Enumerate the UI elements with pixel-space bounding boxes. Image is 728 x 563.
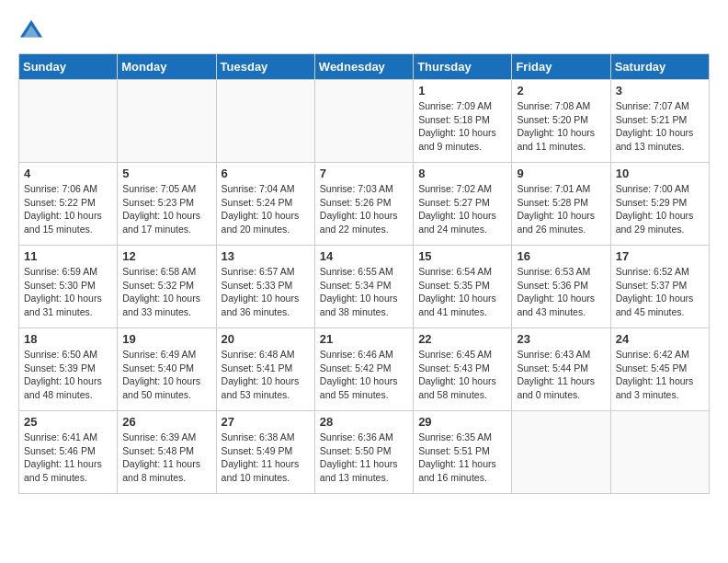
calendar-week-1: 1Sunrise: 7:09 AM Sunset: 5:18 PM Daylig… [19,80,710,163]
calendar-cell: 5Sunrise: 7:05 AM Sunset: 5:23 PM Daylig… [118,163,216,246]
day-detail: Sunrise: 6:52 AM Sunset: 5:37 PM Dayligh… [616,265,704,319]
calendar-week-5: 25Sunrise: 6:41 AM Sunset: 5:46 PM Dayli… [19,411,710,494]
day-detail: Sunrise: 7:01 AM Sunset: 5:28 PM Dayligh… [517,182,605,236]
day-number: 8 [418,167,506,180]
calendar-cell: 15Sunrise: 6:54 AM Sunset: 5:35 PM Dayli… [414,246,512,328]
day-detail: Sunrise: 7:07 AM Sunset: 5:21 PM Dayligh… [616,99,704,154]
calendar-cell: 16Sunrise: 6:53 AM Sunset: 5:36 PM Dayli… [512,246,610,328]
day-detail: Sunrise: 6:58 AM Sunset: 5:32 PM Dayligh… [122,265,210,319]
calendar-cell: 13Sunrise: 6:57 AM Sunset: 5:33 PM Dayli… [216,246,314,328]
calendar-cell: 6Sunrise: 7:04 AM Sunset: 5:24 PM Daylig… [216,163,314,246]
page-header [18,18,710,44]
calendar-cell: 3Sunrise: 7:07 AM Sunset: 5:21 PM Daylig… [610,80,709,163]
calendar-cell: 8Sunrise: 7:02 AM Sunset: 5:27 PM Daylig… [414,163,512,246]
col-header-monday: Monday [118,54,216,80]
calendar-cell: 2Sunrise: 7:08 AM Sunset: 5:20 PM Daylig… [512,80,610,163]
calendar-cell: 24Sunrise: 6:42 AM Sunset: 5:45 PM Dayli… [610,328,709,411]
day-detail: Sunrise: 6:54 AM Sunset: 5:35 PM Dayligh… [418,265,506,319]
calendar-cell: 22Sunrise: 6:45 AM Sunset: 5:43 PM Dayli… [414,328,512,411]
col-header-tuesday: Tuesday [216,54,314,80]
day-detail: Sunrise: 7:02 AM Sunset: 5:27 PM Dayligh… [418,182,506,236]
day-number: 16 [517,249,605,263]
day-detail: Sunrise: 7:09 AM Sunset: 5:18 PM Dayligh… [418,99,506,154]
calendar-cell [512,411,610,494]
day-detail: Sunrise: 6:55 AM Sunset: 5:34 PM Dayligh… [320,265,408,319]
day-detail: Sunrise: 6:39 AM Sunset: 5:48 PM Dayligh… [122,431,210,485]
calendar-cell: 29Sunrise: 6:35 AM Sunset: 5:51 PM Dayli… [414,411,512,494]
day-number: 11 [24,249,112,263]
day-detail: Sunrise: 7:05 AM Sunset: 5:23 PM Dayligh… [122,182,210,236]
logo [18,18,48,44]
day-detail: Sunrise: 6:42 AM Sunset: 5:45 PM Dayligh… [616,348,704,402]
day-number: 25 [24,415,112,429]
day-number: 6 [222,167,310,180]
day-detail: Sunrise: 7:04 AM Sunset: 5:24 PM Dayligh… [222,182,310,236]
calendar-cell: 10Sunrise: 7:00 AM Sunset: 5:29 PM Dayli… [610,163,709,246]
calendar-cell: 12Sunrise: 6:58 AM Sunset: 5:32 PM Dayli… [118,246,216,328]
calendar-cell [118,80,216,163]
calendar-cell: 14Sunrise: 6:55 AM Sunset: 5:34 PM Dayli… [314,246,413,328]
calendar-cell: 17Sunrise: 6:52 AM Sunset: 5:37 PM Dayli… [610,246,709,328]
calendar-week-4: 18Sunrise: 6:50 AM Sunset: 5:39 PM Dayli… [19,328,710,411]
calendar-cell [314,80,413,163]
calendar-cell [610,411,709,494]
day-number: 9 [517,167,605,180]
day-detail: Sunrise: 6:41 AM Sunset: 5:46 PM Dayligh… [24,431,112,485]
calendar-cell: 1Sunrise: 7:09 AM Sunset: 5:18 PM Daylig… [414,80,512,163]
day-detail: Sunrise: 6:36 AM Sunset: 5:50 PM Dayligh… [320,431,408,485]
day-detail: Sunrise: 6:43 AM Sunset: 5:44 PM Dayligh… [517,348,605,402]
day-number: 7 [320,167,408,180]
day-detail: Sunrise: 7:03 AM Sunset: 5:26 PM Dayligh… [320,182,408,236]
day-detail: Sunrise: 6:35 AM Sunset: 5:51 PM Dayligh… [418,431,506,485]
calendar-table: SundayMondayTuesdayWednesdayThursdayFrid… [18,53,710,494]
calendar-week-2: 4Sunrise: 7:06 AM Sunset: 5:22 PM Daylig… [19,163,710,246]
day-number: 12 [122,249,210,263]
calendar-cell: 26Sunrise: 6:39 AM Sunset: 5:48 PM Dayli… [118,411,216,494]
calendar-cell: 28Sunrise: 6:36 AM Sunset: 5:50 PM Dayli… [314,411,413,494]
calendar-cell: 18Sunrise: 6:50 AM Sunset: 5:39 PM Dayli… [19,328,118,411]
day-detail: Sunrise: 7:00 AM Sunset: 5:29 PM Dayligh… [616,182,704,236]
day-number: 18 [24,332,112,346]
day-number: 22 [418,332,506,346]
day-number: 26 [122,415,210,429]
day-detail: Sunrise: 6:45 AM Sunset: 5:43 PM Dayligh… [418,348,506,402]
day-detail: Sunrise: 6:57 AM Sunset: 5:33 PM Dayligh… [222,265,310,319]
day-number: 5 [122,167,210,180]
day-number: 20 [222,332,310,346]
col-header-sunday: Sunday [19,54,118,80]
day-number: 23 [517,332,605,346]
day-number: 17 [616,249,704,263]
col-header-wednesday: Wednesday [314,54,413,80]
calendar-cell: 7Sunrise: 7:03 AM Sunset: 5:26 PM Daylig… [314,163,413,246]
day-number: 29 [418,415,506,429]
calendar-cell: 21Sunrise: 6:46 AM Sunset: 5:42 PM Dayli… [314,328,413,411]
logo-icon [18,18,44,44]
day-number: 24 [616,332,704,346]
day-detail: Sunrise: 6:46 AM Sunset: 5:42 PM Dayligh… [320,348,408,402]
day-number: 4 [24,167,112,180]
calendar-week-3: 11Sunrise: 6:59 AM Sunset: 5:30 PM Dayli… [19,246,710,328]
day-number: 14 [320,249,408,263]
day-number: 28 [320,415,408,429]
day-number: 15 [418,249,506,263]
calendar-cell [19,80,118,163]
calendar-cell: 27Sunrise: 6:38 AM Sunset: 5:49 PM Dayli… [216,411,314,494]
day-number: 21 [320,332,408,346]
day-detail: Sunrise: 6:49 AM Sunset: 5:40 PM Dayligh… [122,348,210,402]
col-header-saturday: Saturday [610,54,709,80]
col-header-thursday: Thursday [414,54,512,80]
calendar-cell: 25Sunrise: 6:41 AM Sunset: 5:46 PM Dayli… [19,411,118,494]
day-detail: Sunrise: 7:06 AM Sunset: 5:22 PM Dayligh… [24,182,112,236]
calendar-cell [216,80,314,163]
calendar-cell: 9Sunrise: 7:01 AM Sunset: 5:28 PM Daylig… [512,163,610,246]
calendar-cell: 20Sunrise: 6:48 AM Sunset: 5:41 PM Dayli… [216,328,314,411]
calendar-cell: 19Sunrise: 6:49 AM Sunset: 5:40 PM Dayli… [118,328,216,411]
calendar-cell: 4Sunrise: 7:06 AM Sunset: 5:22 PM Daylig… [19,163,118,246]
day-number: 1 [418,84,506,98]
day-number: 2 [517,84,605,98]
calendar-cell: 23Sunrise: 6:43 AM Sunset: 5:44 PM Dayli… [512,328,610,411]
day-number: 10 [616,167,704,180]
day-detail: Sunrise: 6:59 AM Sunset: 5:30 PM Dayligh… [24,265,112,319]
day-detail: Sunrise: 6:48 AM Sunset: 5:41 PM Dayligh… [222,348,310,402]
day-detail: Sunrise: 7:08 AM Sunset: 5:20 PM Dayligh… [517,99,605,154]
